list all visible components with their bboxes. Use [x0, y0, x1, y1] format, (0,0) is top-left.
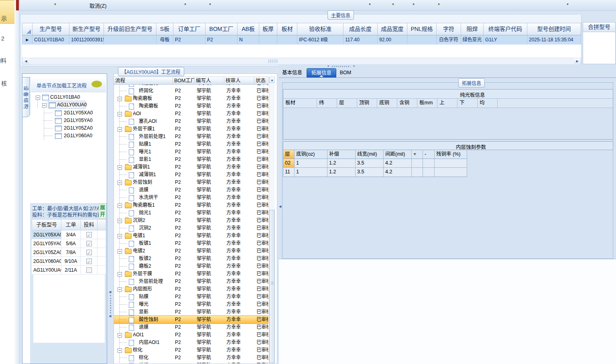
grid-cell[interactable]: 3.5	[356, 159, 384, 168]
tab-basic-info[interactable]: 基本信息	[280, 68, 304, 77]
grid-cell[interactable]: 4.2	[384, 168, 412, 177]
tree-collapse-icon[interactable]	[118, 112, 122, 116]
column-header[interactable]: 层	[283, 150, 295, 159]
dropdown-arrow-icon[interactable]: ▼	[184, 3, 187, 6]
top-splitter-grip[interactable]: ▼ ▼	[327, 65, 355, 68]
flow-row[interactable]: 水洗烘干P2邹宇航方幸幸已审核	[114, 194, 268, 201]
column-header[interactable]: 验收标准	[297, 23, 344, 35]
column-header[interactable]: 间距(mil)	[384, 150, 412, 159]
sub-board-row[interactable]: 2G1LY05XA03/4A✓	[32, 230, 106, 239]
flow-row[interactable]: 塞孔AOIP2邹宇航方幸幸已审核	[114, 118, 268, 125]
flow-row[interactable]: 棕化P2邹宇航方幸幸已审核	[114, 354, 268, 362]
flow-row[interactable]: 沉铜2P2邹宇航方幸幸已审核	[114, 224, 268, 232]
column-header[interactable]: 线宽(mil)	[356, 150, 384, 159]
column-header[interactable]: 投料	[81, 219, 98, 230]
column-header[interactable]: 含铜	[397, 99, 417, 108]
flow-row[interactable]: 减薄铜1P2邹宇航方幸幸已审核	[114, 171, 268, 179]
checkbox-checked[interactable]: ✓	[86, 250, 92, 255]
tab-device-structure[interactable]: 设备结构	[22, 77, 30, 117]
flow-row[interactable]: 陶瓷磨板1P2邹宇航方幸幸已审核	[114, 201, 268, 209]
column-header[interactable]: 状态	[254, 77, 268, 85]
main-info-data-row[interactable]: ▶CG1LY01BA010011200039151母板P2P2NIPC-6012…	[22, 35, 581, 45]
column-header[interactable]: BOM工厂	[173, 77, 195, 85]
column-header[interactable]: +	[412, 150, 423, 159]
column-header[interactable]: 顶铜	[357, 99, 377, 108]
tree-collapse-icon[interactable]	[118, 249, 122, 254]
flow-row[interactable]: AOIP2邹宇航方幸幸已审核	[114, 110, 268, 118]
column-header[interactable]: 阻焊	[461, 23, 484, 35]
flow-row[interactable]: 外层前处理P2邹宇航方幸幸已审核	[114, 278, 268, 285]
flow-row[interactable]: 曝光1P2邹宇航方幸幸已审核	[114, 148, 268, 156]
flow-row[interactable]: 曝光P2邹宇航方幸幸已审核	[114, 301, 268, 308]
grid-cell[interactable]: 117.40	[344, 35, 378, 45]
column-header[interactable]: 上	[437, 99, 457, 108]
dropdown-arrow-icon[interactable]: ▼	[209, 3, 211, 6]
column-header[interactable]: 板材	[283, 99, 317, 108]
column-header[interactable]: 层	[337, 99, 357, 108]
column-header[interactable]: 补偿	[327, 150, 356, 159]
grid-cell[interactable]	[412, 168, 423, 177]
grid-cell[interactable]: CG1LY01BA0	[33, 35, 69, 45]
flow-row[interactable]: 外层前处理1P2邹宇航方幸幸已审核	[114, 133, 268, 140]
flow-row[interactable]: 外层干膜P2邹宇航方幸幸已审核	[114, 270, 268, 278]
column-header[interactable]: 型号创建时间	[527, 23, 581, 35]
scroll-right-icon[interactable]: ▶	[574, 58, 581, 64]
grid-cell[interactable]: 11	[283, 168, 295, 177]
tree-collapse-icon[interactable]	[118, 234, 122, 238]
flow-row[interactable]: 烘板P2邹宇航方幸幸已审核	[114, 362, 268, 363]
grid-cell[interactable]	[423, 168, 435, 177]
flow-row[interactable]: 板镀2P2邹宇航方幸幸已审核	[114, 255, 268, 262]
left-splitter[interactable]: ◀ ◀	[107, 73, 114, 364]
checkbox[interactable]	[86, 267, 92, 273]
grid-cell[interactable]: 02	[283, 159, 295, 168]
tree-collapse-icon[interactable]	[118, 348, 122, 353]
tree-collapse-icon[interactable]	[118, 219, 122, 223]
feed-checkbox-cell[interactable]: ✓	[81, 248, 98, 257]
grid-cell[interactable]: 母板	[157, 35, 173, 45]
etch-row[interactable]: 1111.23.54.2	[283, 168, 467, 177]
checkbox-checked[interactable]: ✓	[86, 258, 92, 264]
column-header[interactable]: 字符	[437, 23, 461, 35]
grid-cell[interactable]	[412, 159, 423, 168]
flow-row[interactable]: 陶瓷磨板P2邹宇航方幸幸已审核	[114, 102, 268, 110]
grid-cell[interactable]: 10011200039151	[69, 35, 104, 45]
grid-cell[interactable]: 1.2	[327, 168, 356, 177]
column-header[interactable]: 终端客户代码	[484, 23, 527, 35]
column-header[interactable]: 升级前旧生产型号	[104, 23, 157, 35]
flow-row[interactable]: 磨板2P2邹宇航方幸幸已审核	[114, 262, 268, 270]
tree-collapse-icon[interactable]	[42, 103, 47, 108]
collapse-left-icon[interactable]: ◀	[109, 314, 111, 318]
checkbox-checked[interactable]: ✓	[86, 241, 92, 246]
column-header[interactable]: 下	[457, 99, 478, 108]
column-header[interactable]: 工单	[61, 219, 81, 230]
flow-row[interactable]: 终固化P2邹宇航方幸幸已审核	[114, 87, 268, 95]
column-header[interactable]: 纬	[317, 99, 337, 108]
column-header[interactable]: 核审人	[224, 77, 254, 85]
column-header[interactable]: -	[423, 150, 435, 159]
sub-board-row[interactable]: 2G1LY05YA05/6A✓	[32, 239, 106, 248]
dropdown-arrow-icon[interactable]: ▼	[412, 3, 415, 6]
column-header[interactable]: 板mm	[417, 99, 437, 108]
sub-board-row[interactable]: 2G1LY060A09/10A✓	[32, 257, 106, 266]
splitter-grip[interactable]	[110, 295, 111, 313]
column-header[interactable]: AB板	[238, 23, 259, 35]
column-header[interactable]: 子板型号	[32, 219, 61, 230]
flow-row[interactable]: 沉铜2P2邹宇航方幸幸已审核	[114, 217, 268, 224]
grid-cell[interactable]: G1LY	[484, 35, 527, 45]
column-header[interactable]: PNL规格	[407, 23, 437, 35]
dock-item[interactable]: 物料	[0, 56, 6, 64]
tree-collapse-icon[interactable]	[118, 181, 122, 185]
column-header[interactable]: 板材	[277, 23, 297, 35]
tab-bom[interactable]: BOM	[339, 68, 352, 77]
scrollbar-grip[interactable]	[268, 59, 277, 63]
flow-row[interactable]: 电镀1P2邹宇航方幸幸已审核	[114, 232, 268, 240]
grid-cell[interactable]	[435, 159, 467, 168]
etch-row[interactable]: 0211.23.54.2	[283, 159, 467, 168]
grid-cell[interactable]: N	[238, 35, 259, 45]
tree-collapse-icon[interactable]	[118, 97, 122, 101]
grid-cell[interactable]: 4.2	[384, 159, 412, 168]
sub-board-row[interactable]: AG1LY00UA02/11A	[32, 266, 106, 275]
flow-row[interactable]: 板镀1P2邹宇航方幸幸已审核	[114, 240, 268, 247]
dock-splitter[interactable]	[14, 0, 20, 364]
h-scrollbar[interactable]: ◀ ▶	[22, 58, 581, 65]
